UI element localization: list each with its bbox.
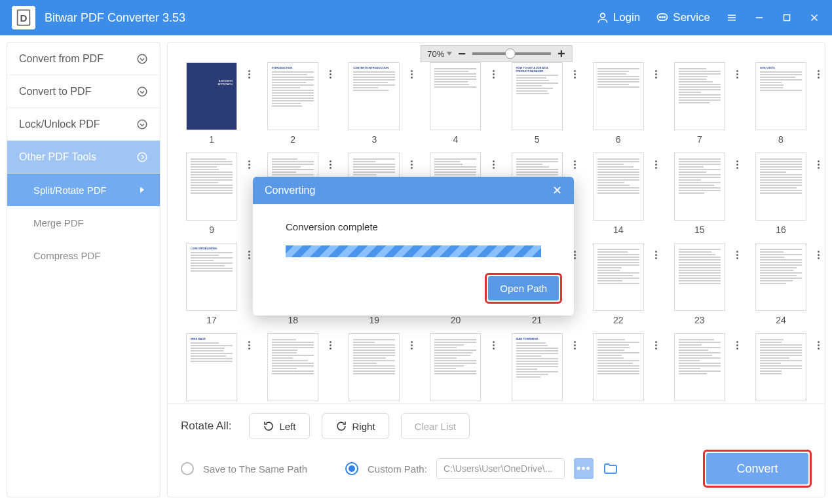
page-thumbnail[interactable]	[674, 153, 725, 221]
page-thumbnail[interactable]: SIAN TOWNSEND	[512, 333, 563, 401]
thumbnail-number: 14	[613, 225, 624, 235]
sidebar-item-convert-from[interactable]: Convert from PDF	[7, 43, 160, 75]
page-thumbnail[interactable]	[755, 153, 806, 221]
page-thumbnail[interactable]	[593, 62, 644, 130]
clear-list-button[interactable]: Clear List	[401, 413, 470, 439]
thumbnail-menu-icon[interactable]	[818, 70, 820, 79]
custom-path-input[interactable]: C:\Users\User\OneDrive\...	[436, 458, 565, 479]
convert-button[interactable]: Convert	[706, 453, 808, 484]
thumbnail-menu-icon[interactable]	[493, 341, 495, 350]
page-thumbnail[interactable]	[349, 333, 400, 401]
thumbnail-menu-icon[interactable]	[655, 341, 657, 350]
thumbnail-menu-icon[interactable]	[248, 251, 250, 259]
page-thumbnail[interactable]	[593, 333, 644, 401]
page-thumbnail[interactable]	[674, 333, 725, 401]
custom-path-radio[interactable]	[345, 462, 358, 475]
thumbnail-menu-icon[interactable]	[818, 160, 820, 169]
page-thumbnail[interactable]: HOW TO GET A JOB AS A PRODUCT MANAGER	[512, 62, 563, 130]
thumbnail-number: 18	[288, 315, 298, 325]
thumbnail-number: 22	[613, 315, 624, 325]
dialog-close-button[interactable]: ✕	[552, 183, 562, 198]
sidebar-sub-merge[interactable]: Merge PDF	[7, 206, 160, 239]
page-thumbnail[interactable]	[593, 243, 644, 311]
page-thumbnail[interactable]	[267, 333, 318, 401]
thumbnail-menu-icon[interactable]	[736, 70, 738, 79]
page-thumbnail[interactable]	[593, 153, 644, 221]
thumbnail-menu-icon[interactable]	[655, 160, 657, 169]
login-button[interactable]: Login	[596, 11, 641, 24]
thumbnail-menu-icon[interactable]	[248, 341, 250, 350]
dropdown-icon	[446, 52, 451, 56]
thumbnail-menu-icon[interactable]	[411, 160, 413, 169]
zoom-in-button[interactable]: +	[558, 46, 565, 62]
close-button[interactable]	[808, 12, 820, 24]
rotate-all-label: Rotate All:	[181, 420, 232, 433]
thumbnail-menu-icon[interactable]	[493, 160, 495, 169]
thumbnail-item: 26	[255, 333, 330, 403]
thumbnail-menu-icon[interactable]	[493, 70, 495, 79]
page-thumbnail[interactable]: INTRODUCTION	[267, 62, 318, 130]
converting-dialog: Converting ✕ Conversion complete Open Pa…	[253, 177, 574, 315]
dialog-message: Conversion complete	[286, 221, 541, 232]
svg-point-6	[664, 16, 666, 18]
sidebar-item-convert-to[interactable]: Convert to PDF	[7, 75, 160, 108]
page-thumbnail[interactable]	[674, 62, 725, 130]
svg-point-14	[138, 54, 147, 63]
page-thumbnail[interactable]: MIKE MACE	[186, 333, 237, 401]
zoom-slider[interactable]	[472, 52, 551, 55]
thumbnail-menu-icon[interactable]	[411, 341, 413, 350]
thumbnail-menu-icon[interactable]	[818, 251, 820, 259]
thumbnail-menu-icon[interactable]	[574, 341, 576, 350]
svg-text:D: D	[20, 12, 28, 24]
path-more-button[interactable]: •••	[574, 458, 594, 479]
thumbnail-menu-icon[interactable]	[655, 70, 657, 79]
open-path-highlight: Open Path	[485, 273, 562, 304]
page-thumbnail[interactable]: A MODERNAPPROACH	[186, 62, 237, 130]
rotate-right-button[interactable]: Right	[322, 413, 389, 439]
page-thumbnail[interactable]	[755, 243, 806, 311]
folder-icon[interactable]	[603, 461, 618, 477]
thumbnail-menu-icon[interactable]	[574, 70, 576, 79]
service-button[interactable]: Service	[656, 11, 710, 24]
thumbnail-item: INTRODUCTION2	[255, 62, 330, 145]
thumbnail-menu-icon[interactable]	[574, 160, 576, 169]
thumbnail-menu-icon[interactable]	[655, 251, 657, 259]
thumbnail-item: 27	[337, 333, 411, 403]
page-thumbnail[interactable]	[674, 243, 725, 311]
thumbnail-menu-icon[interactable]	[736, 251, 738, 259]
sidebar-sub-split-rotate[interactable]: Split/Rotate PDF	[7, 173, 160, 206]
save-same-path-radio[interactable]	[181, 462, 194, 475]
page-thumbnail[interactable]	[186, 153, 237, 221]
page-thumbnail[interactable]: CONTENTS INTRODUCTION	[349, 62, 400, 130]
svg-point-2	[600, 13, 605, 18]
zoom-value[interactable]: 70%	[427, 49, 451, 59]
thumbnail-menu-icon[interactable]	[574, 251, 576, 259]
page-thumbnail[interactable]: LUKE WROBLEWSKI	[186, 243, 237, 311]
rotate-left-button[interactable]: Left	[249, 413, 310, 439]
thumbnail-menu-icon[interactable]	[330, 160, 331, 169]
thumbnail-menu-icon[interactable]	[248, 70, 250, 79]
menu-icon[interactable]	[726, 12, 738, 24]
svg-point-5	[662, 16, 663, 18]
page-thumbnail[interactable]	[755, 333, 806, 401]
sidebar-sub-compress[interactable]: Compress PDF	[7, 239, 160, 272]
thumbnail-menu-icon[interactable]	[330, 70, 331, 79]
thumbnail-menu-icon[interactable]	[411, 70, 413, 79]
thumbnail-menu-icon[interactable]	[330, 341, 331, 350]
thumbnail-item: 6	[581, 62, 656, 145]
custom-path-label: Custom Path:	[368, 463, 427, 475]
maximize-button[interactable]	[781, 12, 793, 24]
zoom-out-button[interactable]: −	[458, 46, 466, 62]
thumbnail-menu-icon[interactable]	[248, 160, 250, 169]
thumbnail-menu-icon[interactable]	[818, 341, 820, 350]
thumbnail-menu-icon[interactable]	[736, 341, 738, 350]
page-thumbnail[interactable]	[430, 333, 481, 401]
sidebar-item-lock-unlock[interactable]: Lock/Unlock PDF	[7, 108, 160, 141]
page-thumbnail[interactable]: SITE VISITS	[755, 62, 806, 130]
minimize-button[interactable]	[753, 12, 765, 24]
sidebar-item-other-tools[interactable]: Other PDF Tools	[7, 141, 160, 173]
page-thumbnail[interactable]	[430, 62, 481, 130]
zoom-slider-thumb[interactable]	[505, 48, 516, 59]
thumbnail-menu-icon[interactable]	[736, 160, 738, 169]
open-path-button[interactable]: Open Path	[488, 276, 559, 300]
